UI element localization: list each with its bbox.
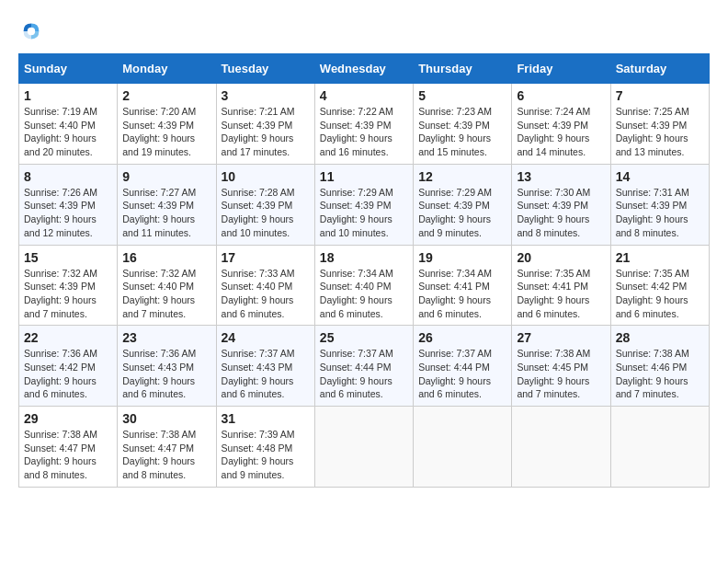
sunset-label: Sunset: 4:47 PM (24, 442, 96, 454)
sunrise-label: Sunrise: 7:29 AM (320, 187, 393, 198)
day-number: 7 (616, 88, 704, 103)
day-number: 30 (122, 411, 210, 426)
daylight-label: Daylight: 9 hours and 11 minutes. (122, 213, 195, 238)
day-info: Sunrise: 7:23 AM Sunset: 4:39 PM Dayligh… (418, 105, 506, 159)
sunset-label: Sunset: 4:39 PM (517, 200, 588, 211)
day-info: Sunrise: 7:29 AM Sunset: 4:39 PM Dayligh… (418, 186, 506, 240)
page-header (18, 18, 710, 44)
week-row-4: 22 Sunrise: 7:36 AM Sunset: 4:42 PM Dayl… (19, 326, 710, 407)
daylight-label: Daylight: 9 hours and 6 minutes. (616, 294, 688, 319)
sunset-label: Sunset: 4:39 PM (320, 120, 392, 131)
sunset-label: Sunset: 4:39 PM (24, 200, 96, 211)
sunrise-label: Sunrise: 7:20 AM (122, 106, 196, 117)
day-number: 15 (24, 250, 112, 265)
sunset-label: Sunset: 4:39 PM (122, 200, 194, 211)
daylight-label: Daylight: 9 hours and 7 minutes. (616, 375, 688, 400)
sunrise-label: Sunrise: 7:35 AM (517, 268, 590, 279)
day-number: 1 (24, 88, 112, 103)
day-info: Sunrise: 7:32 AM Sunset: 4:40 PM Dayligh… (122, 267, 210, 321)
daylight-label: Daylight: 9 hours and 15 minutes. (418, 132, 491, 157)
day-info: Sunrise: 7:25 AM Sunset: 4:39 PM Dayligh… (616, 105, 704, 159)
day-number: 5 (418, 88, 506, 103)
sunrise-label: Sunrise: 7:37 AM (418, 348, 492, 359)
sunset-label: Sunset: 4:39 PM (222, 120, 293, 131)
calendar-cell: 18 Sunrise: 7:34 AM Sunset: 4:40 PM Dayl… (314, 245, 413, 326)
day-info: Sunrise: 7:33 AM Sunset: 4:40 PM Dayligh… (222, 267, 310, 321)
sunrise-label: Sunrise: 7:29 AM (418, 187, 492, 198)
calendar-cell: 19 Sunrise: 7:34 AM Sunset: 4:41 PM Dayl… (414, 245, 512, 326)
calendar-cell: 26 Sunrise: 7:37 AM Sunset: 4:44 PM Dayl… (414, 326, 512, 407)
day-info: Sunrise: 7:27 AM Sunset: 4:39 PM Dayligh… (122, 186, 210, 240)
sunrise-label: Sunrise: 7:38 AM (517, 348, 590, 359)
daylight-label: Daylight: 9 hours and 20 minutes. (24, 132, 97, 157)
header-thursday: Thursday (414, 54, 512, 84)
sunrise-label: Sunrise: 7:38 AM (616, 348, 689, 359)
header-wednesday: Wednesday (314, 54, 413, 84)
day-number: 9 (122, 169, 210, 184)
sunrise-label: Sunrise: 7:21 AM (222, 106, 295, 117)
sunset-label: Sunset: 4:39 PM (320, 200, 392, 211)
day-info: Sunrise: 7:26 AM Sunset: 4:39 PM Dayligh… (24, 186, 112, 240)
week-row-3: 15 Sunrise: 7:32 AM Sunset: 4:39 PM Dayl… (19, 245, 710, 326)
day-number: 6 (517, 88, 605, 103)
sunset-label: Sunset: 4:43 PM (122, 362, 194, 373)
daylight-label: Daylight: 9 hours and 8 minutes. (616, 213, 688, 238)
sunrise-label: Sunrise: 7:33 AM (222, 268, 295, 279)
sunset-label: Sunset: 4:39 PM (122, 120, 194, 131)
sunset-label: Sunset: 4:45 PM (517, 362, 588, 373)
daylight-label: Daylight: 9 hours and 10 minutes. (222, 213, 294, 238)
day-info: Sunrise: 7:35 AM Sunset: 4:41 PM Dayligh… (517, 267, 605, 321)
calendar-cell: 10 Sunrise: 7:28 AM Sunset: 4:39 PM Dayl… (216, 164, 314, 245)
day-info: Sunrise: 7:38 AM Sunset: 4:47 PM Dayligh… (122, 428, 210, 482)
day-info: Sunrise: 7:38 AM Sunset: 4:45 PM Dayligh… (517, 347, 605, 401)
sunset-label: Sunset: 4:39 PM (616, 200, 688, 211)
sunrise-label: Sunrise: 7:31 AM (616, 187, 689, 198)
sunset-label: Sunset: 4:39 PM (616, 120, 688, 131)
day-number: 8 (24, 169, 112, 184)
week-row-5: 29 Sunrise: 7:38 AM Sunset: 4:47 PM Dayl… (19, 407, 710, 488)
daylight-label: Daylight: 9 hours and 17 minutes. (222, 132, 294, 157)
daylight-label: Daylight: 9 hours and 6 minutes. (418, 375, 491, 400)
daylight-label: Daylight: 9 hours and 14 minutes. (517, 132, 589, 157)
day-number: 31 (222, 411, 310, 426)
calendar-cell: 30 Sunrise: 7:38 AM Sunset: 4:47 PM Dayl… (118, 407, 216, 488)
day-info: Sunrise: 7:37 AM Sunset: 4:43 PM Dayligh… (222, 347, 310, 401)
sunrise-label: Sunrise: 7:25 AM (616, 106, 689, 117)
sunrise-label: Sunrise: 7:30 AM (517, 187, 590, 198)
day-info: Sunrise: 7:37 AM Sunset: 4:44 PM Dayligh… (418, 347, 506, 401)
day-info: Sunrise: 7:36 AM Sunset: 4:43 PM Dayligh… (122, 347, 210, 401)
day-number: 28 (616, 330, 704, 345)
sunrise-label: Sunrise: 7:38 AM (122, 429, 196, 440)
day-number: 25 (320, 330, 408, 345)
sunset-label: Sunset: 4:41 PM (517, 281, 588, 292)
calendar-cell: 5 Sunrise: 7:23 AM Sunset: 4:39 PM Dayli… (414, 84, 512, 165)
day-info: Sunrise: 7:32 AM Sunset: 4:39 PM Dayligh… (24, 267, 112, 321)
daylight-label: Daylight: 9 hours and 7 minutes. (517, 375, 589, 400)
calendar-cell: 11 Sunrise: 7:29 AM Sunset: 4:39 PM Dayl… (314, 164, 413, 245)
day-info: Sunrise: 7:38 AM Sunset: 4:47 PM Dayligh… (24, 428, 112, 482)
calendar-cell: 29 Sunrise: 7:38 AM Sunset: 4:47 PM Dayl… (19, 407, 118, 488)
day-info: Sunrise: 7:31 AM Sunset: 4:39 PM Dayligh… (616, 186, 704, 240)
day-info: Sunrise: 7:37 AM Sunset: 4:44 PM Dayligh… (320, 347, 408, 401)
sunset-label: Sunset: 4:39 PM (418, 120, 490, 131)
day-number: 10 (222, 169, 310, 184)
sunrise-label: Sunrise: 7:27 AM (122, 187, 196, 198)
daylight-label: Daylight: 9 hours and 8 minutes. (24, 455, 97, 480)
sunrise-label: Sunrise: 7:39 AM (222, 429, 295, 440)
calendar-cell: 25 Sunrise: 7:37 AM Sunset: 4:44 PM Dayl… (314, 326, 413, 407)
header-sunday: Sunday (19, 54, 118, 84)
day-number: 23 (122, 330, 210, 345)
day-info: Sunrise: 7:22 AM Sunset: 4:39 PM Dayligh… (320, 105, 408, 159)
sunrise-label: Sunrise: 7:34 AM (320, 268, 393, 279)
day-number: 14 (616, 169, 704, 184)
sunrise-label: Sunrise: 7:32 AM (24, 268, 97, 279)
calendar-cell: 16 Sunrise: 7:32 AM Sunset: 4:40 PM Dayl… (118, 245, 216, 326)
day-number: 11 (320, 169, 408, 184)
daylight-label: Daylight: 9 hours and 6 minutes. (122, 375, 195, 400)
day-number: 16 (122, 250, 210, 265)
calendar-cell: 17 Sunrise: 7:33 AM Sunset: 4:40 PM Dayl… (216, 245, 314, 326)
daylight-label: Daylight: 9 hours and 16 minutes. (320, 132, 392, 157)
calendar-cell: 23 Sunrise: 7:36 AM Sunset: 4:43 PM Dayl… (118, 326, 216, 407)
day-info: Sunrise: 7:30 AM Sunset: 4:39 PM Dayligh… (517, 186, 605, 240)
day-info: Sunrise: 7:39 AM Sunset: 4:48 PM Dayligh… (222, 428, 310, 482)
